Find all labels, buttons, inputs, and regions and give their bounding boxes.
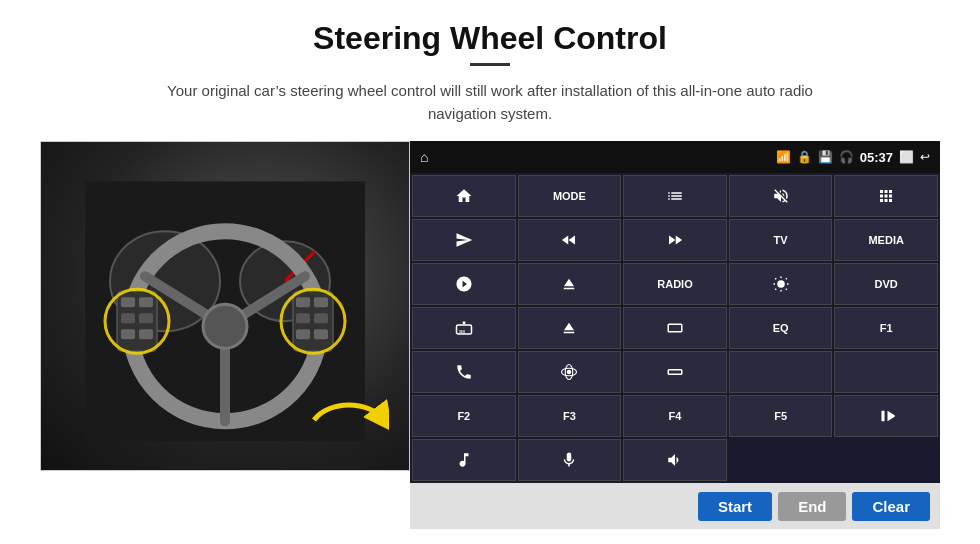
btn-mode[interactable]: MODE: [518, 175, 622, 217]
svg-rect-20: [296, 329, 310, 339]
btn-dvd[interactable]: DVD: [834, 263, 938, 305]
svg-rect-10: [121, 297, 135, 307]
btn-empty1[interactable]: [729, 351, 833, 393]
btn-media[interactable]: MEDIA: [834, 219, 938, 261]
btn-send[interactable]: [412, 219, 516, 261]
arrow-icon: [309, 390, 389, 450]
page: Steering Wheel Control Your original car…: [0, 0, 980, 529]
btn-phone[interactable]: [412, 351, 516, 393]
svg-point-30: [567, 370, 572, 375]
svg-rect-29: [668, 324, 682, 332]
btn-music[interactable]: [412, 439, 516, 481]
lock-icon: 🔒: [797, 150, 812, 164]
svg-rect-33: [668, 370, 682, 375]
svg-rect-11: [139, 297, 153, 307]
svg-point-28: [462, 321, 465, 324]
svg-text:360: 360: [459, 330, 465, 334]
btn-rewind[interactable]: [518, 219, 622, 261]
btn-f1[interactable]: F1: [834, 307, 938, 349]
btn-radio[interactable]: RADIO: [623, 263, 727, 305]
btn-home[interactable]: [412, 175, 516, 217]
btn-apps[interactable]: [834, 175, 938, 217]
btn-empty3: [729, 439, 833, 481]
bt-icon: 🎧: [839, 150, 854, 164]
car-image: [40, 141, 410, 471]
svg-rect-18: [296, 313, 310, 323]
svg-rect-14: [121, 329, 135, 339]
btn-eject2[interactable]: [518, 307, 622, 349]
btn-settings[interactable]: [412, 263, 516, 305]
subtitle-text: Your original car’s steering wheel contr…: [140, 80, 840, 125]
sd-icon: 💾: [818, 150, 833, 164]
svg-rect-16: [296, 297, 310, 307]
btn-rectangle[interactable]: [623, 307, 727, 349]
svg-rect-13: [139, 313, 153, 323]
bottom-bar: Start End Clear: [410, 483, 940, 529]
screen-icon: ⬜: [899, 150, 914, 164]
svg-point-7: [203, 304, 247, 348]
status-home-icon: ⌂: [420, 149, 428, 165]
btn-vol-phone[interactable]: [623, 439, 727, 481]
title-divider: [470, 63, 510, 66]
steering-bg: [41, 142, 409, 470]
status-right: 📶 🔒 💾 🎧 05:37 ⬜ ↩: [776, 150, 930, 165]
svg-rect-12: [121, 313, 135, 323]
btn-eject[interactable]: [518, 263, 622, 305]
content-row: ⌂ 📶 🔒 💾 🎧 05:37 ⬜ ↩ MODE: [40, 141, 940, 529]
btn-360[interactable]: 360: [412, 307, 516, 349]
btn-fastforward[interactable]: [623, 219, 727, 261]
btn-mic[interactable]: [518, 439, 622, 481]
svg-point-25: [777, 280, 785, 288]
svg-rect-19: [314, 313, 328, 323]
btn-eq[interactable]: EQ: [729, 307, 833, 349]
page-title: Steering Wheel Control: [313, 20, 667, 57]
btn-brightness[interactable]: [729, 263, 833, 305]
btn-empty2[interactable]: [834, 351, 938, 393]
btn-f4[interactable]: F4: [623, 395, 727, 437]
svg-rect-17: [314, 297, 328, 307]
btn-rectangle2[interactable]: [623, 351, 727, 393]
control-panel: ⌂ 📶 🔒 💾 🎧 05:37 ⬜ ↩ MODE: [410, 141, 940, 529]
btn-orbit[interactable]: [518, 351, 622, 393]
btn-f5[interactable]: F5: [729, 395, 833, 437]
status-bar: ⌂ 📶 🔒 💾 🎧 05:37 ⬜ ↩: [410, 141, 940, 173]
back-icon: ↩: [920, 150, 930, 164]
svg-rect-15: [139, 329, 153, 339]
svg-rect-21: [314, 329, 328, 339]
end-button[interactable]: End: [778, 492, 846, 521]
status-time: 05:37: [860, 150, 893, 165]
btn-list[interactable]: [623, 175, 727, 217]
btn-f3[interactable]: F3: [518, 395, 622, 437]
button-grid: MODE TV: [410, 173, 940, 483]
clear-button[interactable]: Clear: [852, 492, 930, 521]
btn-f2[interactable]: F2: [412, 395, 516, 437]
btn-mute[interactable]: [729, 175, 833, 217]
btn-tv[interactable]: TV: [729, 219, 833, 261]
start-button[interactable]: Start: [698, 492, 772, 521]
btn-empty4: [834, 439, 938, 481]
btn-playpause[interactable]: [834, 395, 938, 437]
wifi-icon: 📶: [776, 150, 791, 164]
